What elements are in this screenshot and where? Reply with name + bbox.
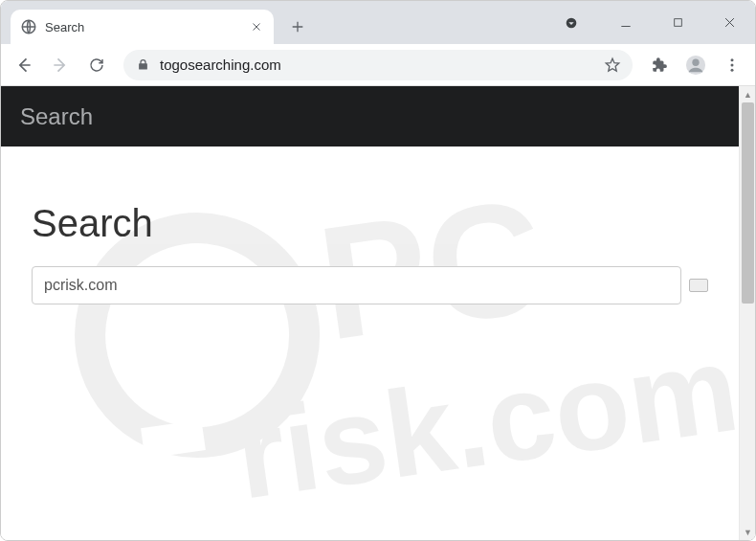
page-content: Search Search [1, 86, 739, 540]
viewport: PC risk.com Search Search ▲ ▼ [1, 86, 755, 540]
browser-tab[interactable]: Search [11, 10, 274, 44]
svg-point-6 [731, 63, 734, 66]
reload-button[interactable] [81, 50, 112, 80]
svg-point-5 [731, 58, 734, 61]
svg-point-4 [692, 58, 699, 65]
scroll-thumb[interactable] [742, 102, 754, 304]
window-controls [543, 1, 755, 44]
search-row [32, 266, 708, 304]
extensions-button[interactable] [644, 50, 675, 80]
minimize-button[interactable] [600, 1, 652, 44]
tab-title: Search [45, 20, 241, 34]
toolbar: togosearching.com [1, 44, 755, 86]
menu-button[interactable] [717, 50, 747, 80]
search-submit-button[interactable] [689, 279, 708, 292]
lock-icon [135, 57, 150, 73]
forward-button[interactable] [45, 50, 76, 80]
header-title: Search [20, 103, 93, 130]
page-header: Search [1, 86, 739, 147]
url-text: togosearching.com [160, 56, 594, 73]
main-area: Search [1, 147, 739, 304]
maximize-button[interactable] [652, 1, 703, 44]
vertical-scrollbar[interactable]: ▲ ▼ [739, 86, 755, 540]
close-icon[interactable] [249, 19, 264, 34]
svg-rect-2 [674, 19, 681, 27]
browser-window: Search [0, 0, 756, 541]
new-tab-button[interactable] [283, 12, 312, 41]
bookmark-star-icon[interactable] [604, 56, 621, 74]
scroll-up-icon[interactable]: ▲ [740, 86, 755, 102]
profile-button[interactable] [680, 50, 711, 80]
svg-point-7 [731, 68, 734, 71]
close-window-button[interactable] [703, 1, 755, 44]
tab-search-icon[interactable] [543, 15, 600, 31]
back-button[interactable] [9, 50, 39, 80]
page-heading: Search [32, 202, 708, 245]
search-input[interactable] [32, 266, 681, 304]
address-bar[interactable]: togosearching.com [123, 50, 633, 80]
globe-icon [20, 18, 37, 35]
scroll-down-icon[interactable]: ▼ [740, 524, 755, 540]
titlebar: Search [1, 1, 755, 44]
